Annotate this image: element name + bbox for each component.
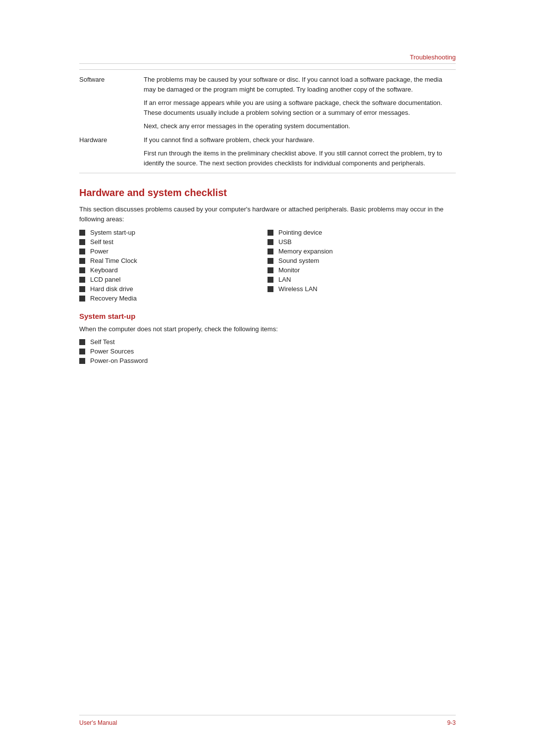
list-item: Hard disk drive [79, 285, 268, 293]
software-para-3: Next, check any error messages in the op… [144, 121, 456, 131]
svg-rect-16 [79, 349, 85, 354]
bullet-label: Pointing device [278, 229, 322, 236]
list-item: Real Time Clock [79, 257, 268, 264]
hardware-checklist-heading: Hardware and system checklist [79, 187, 456, 199]
main-content: Software The problems may be caused by y… [79, 69, 456, 366]
svg-rect-3 [79, 258, 85, 264]
list-item: USB [268, 238, 456, 246]
header-title: Troubleshooting [410, 53, 456, 61]
table-desc-software: The problems may be caused by your softw… [144, 75, 456, 131]
startup-item-2: Power Sources [90, 348, 134, 355]
bullet-icon [268, 267, 275, 273]
bullet-icon [268, 258, 275, 264]
table-row: Software The problems may be caused by y… [79, 75, 456, 131]
list-item: Keyboard [79, 266, 268, 274]
bullet-icon [79, 286, 87, 292]
page: Troubleshooting Software The problems ma… [0, 0, 535, 756]
bullet-icon [268, 249, 275, 254]
page-footer: User's Manual 9-3 [79, 715, 456, 726]
bullet-icon [79, 239, 87, 245]
svg-rect-4 [79, 267, 85, 273]
bullet-col-1: System start-up Self test Power [79, 229, 268, 304]
svg-rect-1 [79, 239, 85, 245]
svg-rect-13 [268, 277, 273, 283]
svg-rect-17 [79, 358, 85, 364]
bullet-icon [79, 358, 87, 364]
hardware-checklist-intro: This section discusses problems caused b… [79, 204, 456, 224]
bullet-label: LAN [278, 276, 291, 283]
svg-rect-9 [268, 239, 273, 245]
list-item: Self test [79, 238, 268, 246]
bullet-icon [79, 267, 87, 273]
bullet-icon [268, 239, 275, 245]
svg-rect-5 [79, 277, 85, 283]
svg-rect-2 [79, 249, 85, 254]
list-item: LAN [268, 276, 456, 283]
list-item: Power Sources [79, 348, 456, 355]
bullet-icon [268, 230, 275, 236]
bullet-label: Recovery Media [90, 295, 137, 302]
table-label-software: Software [79, 75, 144, 131]
bullet-label: USB [278, 238, 292, 246]
svg-rect-15 [79, 339, 85, 345]
footer-right: 9-3 [447, 719, 456, 726]
hardware-para-1: If you cannot find a software problem, c… [144, 135, 456, 145]
header-divider [79, 63, 456, 64]
bullet-label: Memory expansion [278, 248, 333, 255]
bullet-label: Wireless LAN [278, 285, 318, 293]
bullet-label: Sound system [278, 257, 319, 264]
list-item: Pointing device [268, 229, 456, 236]
bullet-icon [79, 230, 87, 236]
svg-rect-11 [268, 258, 273, 264]
footer-content: User's Manual 9-3 [79, 719, 456, 726]
software-para-1: The problems may be caused by your softw… [144, 75, 456, 94]
bullet-icon [79, 249, 87, 254]
list-item: Memory expansion [268, 248, 456, 255]
svg-rect-12 [268, 267, 273, 273]
bullet-icon [79, 258, 87, 264]
bullet-label: Keyboard [90, 266, 118, 274]
bullet-icon [79, 277, 87, 283]
list-item: Wireless LAN [268, 285, 456, 293]
svg-rect-14 [268, 286, 273, 292]
list-item: Sound system [268, 257, 456, 264]
software-para-2: If an error message appears while you ar… [144, 98, 456, 117]
bullet-icon [79, 339, 87, 345]
bullet-icon [79, 296, 87, 302]
bullet-label: Real Time Clock [90, 257, 137, 264]
bullet-label: System start-up [90, 229, 135, 236]
svg-rect-8 [268, 230, 273, 236]
list-item: Power-on Password [79, 357, 456, 364]
list-item: System start-up [79, 229, 268, 236]
table-desc-hardware: If you cannot find a software problem, c… [144, 135, 456, 168]
bullet-columns: System start-up Self test Power [79, 229, 456, 304]
bullet-icon [268, 277, 275, 283]
bullet-label: LCD panel [90, 276, 120, 283]
bullet-label: Self test [90, 238, 113, 246]
svg-rect-10 [268, 249, 273, 254]
table-row: Hardware If you cannot find a software p… [79, 135, 456, 168]
svg-rect-6 [79, 286, 85, 292]
bullet-icon [79, 349, 87, 354]
list-item: Self Test [79, 338, 456, 346]
hardware-para-2: First run through the items in the preli… [144, 149, 456, 168]
bullet-col-2: Pointing device USB Memory expansion [268, 229, 456, 304]
startup-item-3: Power-on Password [90, 357, 148, 364]
list-item: Monitor [268, 266, 456, 274]
system-startup-heading: System start-up [79, 312, 456, 320]
svg-rect-7 [79, 296, 85, 302]
list-item: LCD panel [79, 276, 268, 283]
footer-divider [79, 715, 456, 715]
system-startup-intro: When the computer does not start properl… [79, 324, 456, 334]
list-item: Power [79, 248, 268, 255]
startup-item-1: Self Test [90, 338, 115, 346]
table-section: Software The problems may be caused by y… [79, 69, 456, 173]
bullet-label: Power [90, 248, 108, 255]
page-header: Troubleshooting [410, 53, 456, 61]
svg-rect-0 [79, 230, 85, 236]
table-label-hardware: Hardware [79, 135, 144, 168]
bullet-icon [268, 286, 275, 292]
bullet-label: Monitor [278, 266, 300, 274]
bullet-label: Hard disk drive [90, 285, 133, 293]
footer-left: User's Manual [79, 719, 117, 726]
